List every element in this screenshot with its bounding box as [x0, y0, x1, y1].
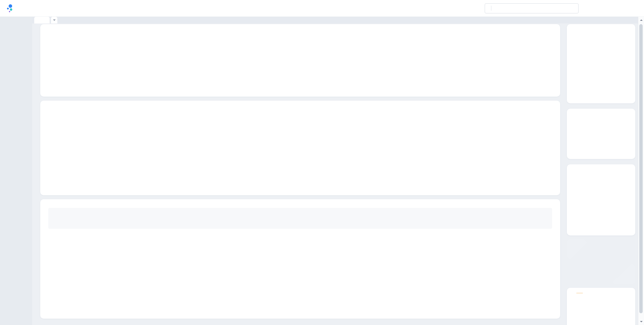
- sales-panel: [40, 101, 560, 195]
- avatar: [595, 4, 603, 12]
- workspace-tabstrip: [32, 17, 638, 23]
- edit-icon[interactable]: [624, 170, 629, 176]
- quick-actions-panel: [567, 164, 635, 235]
- search-divider: [491, 6, 491, 11]
- refresh-button[interactable]: [550, 30, 552, 32]
- assets-panel: [40, 199, 560, 319]
- user-menu[interactable]: [595, 4, 611, 12]
- eye-closed-icon[interactable]: [624, 30, 629, 36]
- assets-summary: [48, 208, 552, 229]
- right-column: [567, 24, 635, 325]
- qr-code: [580, 298, 622, 325]
- chevron-down-icon: [606, 6, 611, 10]
- scrollbar-thumb[interactable]: [639, 24, 643, 313]
- search-input[interactable]: [494, 6, 572, 11]
- free-badge: [576, 292, 583, 294]
- main-content: [32, 23, 638, 325]
- item-ranking: [441, 119, 552, 123]
- vertical-scrollbar[interactable]: [638, 17, 644, 325]
- sidebar: [0, 17, 32, 325]
- search-box[interactable]: [485, 3, 579, 13]
- todo-tabbar: [40, 24, 560, 36]
- monthly-panel: [567, 24, 635, 103]
- sales-tabbar: [40, 101, 560, 106]
- sales-trend-chart: [47, 117, 436, 192]
- scroll-down-arrow[interactable]: [638, 319, 644, 324]
- announcements-panel: [567, 109, 635, 159]
- todo-panel: [40, 24, 560, 97]
- app-promo-panel: [567, 288, 635, 325]
- survey-banner[interactable]: [567, 239, 635, 284]
- tab-dropdown-button[interactable]: [51, 17, 57, 23]
- scroll-up-arrow[interactable]: [638, 17, 644, 23]
- home-tab[interactable]: [34, 17, 50, 23]
- app-logo[interactable]: [6, 4, 21, 13]
- logo-icon: [6, 4, 15, 13]
- top-header: [0, 0, 644, 17]
